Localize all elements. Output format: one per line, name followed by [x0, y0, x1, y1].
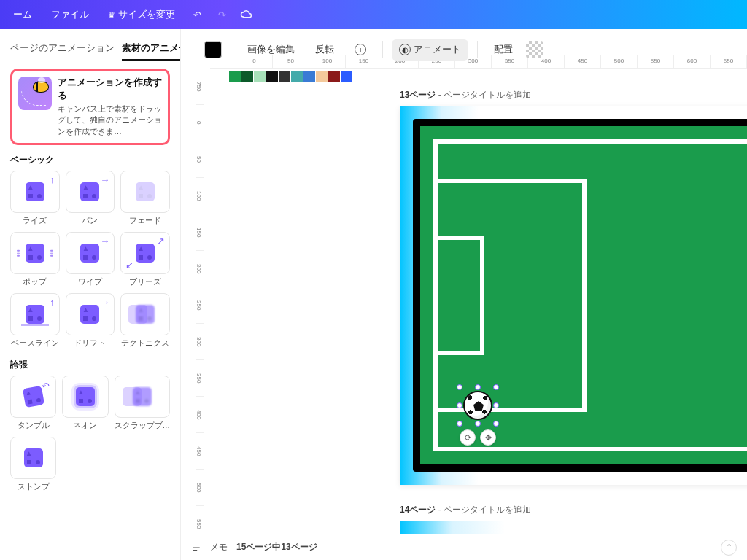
soccer-ball-icon	[463, 391, 492, 420]
ruler-tick: 200	[196, 251, 204, 287]
ruler-tick: 750	[196, 69, 204, 105]
animation-ブリーズ[interactable]: ↗↙ブリーズ	[120, 232, 170, 287]
page-13-number: 13ページ	[400, 90, 436, 100]
animation-label: ベースライン	[10, 338, 60, 349]
animation-label: ネオン	[62, 421, 108, 431]
app-menubar: ーム ファイル ♛サイズを変更 ↶ ↷	[0, 0, 747, 29]
animation-label: ストンプ	[10, 482, 56, 492]
divider	[477, 41, 478, 58]
page-13-title: ページタイトルを追加	[444, 90, 531, 100]
resize-handle[interactable]	[493, 384, 499, 390]
move-button[interactable]: ✥	[480, 429, 496, 446]
page-14-canvas[interactable]	[400, 521, 747, 534]
flip-button[interactable]: 反転	[308, 39, 341, 61]
ruler-tick: 0	[196, 105, 204, 141]
animation-label: タンブル	[10, 421, 56, 431]
bee-icon	[33, 81, 49, 93]
animation-スクラップブ…[interactable]: スクラップブ…	[115, 376, 171, 431]
color-swatch[interactable]	[204, 41, 222, 58]
ruler-tick: 550	[638, 55, 674, 68]
ruler-tick: 450	[196, 433, 204, 470]
transparency-button[interactable]	[526, 41, 543, 58]
tab-element-animation[interactable]: 素材のアニメーシ…	[122, 38, 181, 61]
position-button[interactable]: 配置	[487, 39, 520, 61]
resize-handle[interactable]	[493, 402, 499, 408]
goal-box	[433, 236, 484, 355]
resize-handle[interactable]	[457, 402, 462, 408]
notes-icon	[191, 542, 201, 553]
animate-icon: ◐	[399, 44, 411, 55]
element-float-controls: ⟳ ✥	[460, 429, 496, 446]
context-toolbar: 画像を編集 反転 i ◐アニメート 配置	[204, 35, 543, 64]
ruler-tick: 450	[565, 55, 601, 68]
resize-handle[interactable]	[493, 421, 499, 427]
ruler-vertical: 7500501001502002503003504004505005506006…	[196, 69, 210, 534]
ruler-tick: 400	[196, 397, 204, 433]
menu-home[interactable]: ーム	[6, 4, 39, 26]
resize-handle[interactable]	[475, 421, 481, 427]
notes-button[interactable]: メモ	[210, 541, 228, 553]
page-14-number: 14ページ	[400, 505, 436, 515]
resize-handle[interactable]	[475, 384, 481, 390]
ruler-tick: 600	[674, 55, 711, 68]
animation-label: フェード	[120, 216, 170, 226]
page-13-canvas[interactable]: ⟳ ✥ 11	[400, 106, 747, 485]
menu-resize-label: サイズを変更	[118, 8, 175, 21]
menu-resize[interactable]: ♛サイズを変更	[101, 4, 182, 26]
resize-handle[interactable]	[457, 384, 462, 390]
create-animation-callout[interactable]: アニメーションを作成する キャンバス上で素材をドラッグして、独自のアニメーション…	[10, 69, 170, 145]
animation-フェード[interactable]: フェード	[120, 171, 170, 226]
section-basic-heading: ベーシック	[10, 154, 170, 166]
animation-ドリフト[interactable]: →ドリフト	[66, 293, 115, 349]
page-14-label[interactable]: 14ページ - ページタイトルを追加	[400, 504, 747, 516]
soccer-field[interactable]: ⟳ ✥	[413, 119, 747, 472]
cloud-sync-icon[interactable]	[239, 7, 254, 22]
rotate-button[interactable]: ⟳	[460, 429, 476, 446]
ruler-tick: 500	[601, 55, 638, 68]
animation-テクトニクス[interactable]: テクトニクス	[120, 293, 170, 349]
canvas-area: 050100150200250300350400450500550600650 …	[181, 29, 747, 534]
basic-animations-grid: ↑ライズ→パンフェードポップ→ワイプ↗↙ブリーズ↑ベースライン→ドリフトテクトニ…	[10, 171, 170, 349]
animation-ストンプ[interactable]: ストンプ	[10, 437, 56, 492]
panel-tabs: ページのアニメーション 素材のアニメーシ… ›	[10, 38, 170, 61]
animation-ワイプ[interactable]: →ワイプ	[66, 232, 115, 287]
redo-icon[interactable]: ↷	[214, 7, 229, 22]
animation-label: ワイプ	[66, 277, 115, 287]
info-icon: i	[355, 44, 366, 55]
callout-text: アニメーションを作成する キャンバス上で素材をドラッグして、独自のアニメーション…	[58, 77, 162, 137]
animation-label: テクトニクス	[120, 338, 170, 349]
animation-label: ポップ	[10, 277, 60, 287]
animation-ベースライン[interactable]: ↑ベースライン	[10, 293, 60, 349]
animation-パン[interactable]: →パン	[66, 171, 115, 226]
ruler-tick: 350	[196, 360, 204, 397]
divider	[382, 41, 383, 58]
undo-icon[interactable]: ↶	[190, 7, 204, 22]
animation-label: ドリフト	[66, 338, 115, 349]
edit-image-button[interactable]: 画像を編集	[240, 39, 302, 61]
callout-body: キャンバス上で素材をドラッグして、独自のアニメーションを作成できま…	[58, 104, 162, 136]
info-button[interactable]: i	[347, 39, 374, 60]
animation-ライズ[interactable]: ↑ライズ	[10, 171, 60, 226]
ruler-tick: 650	[711, 55, 747, 68]
animate-button[interactable]: ◐アニメート	[392, 39, 468, 61]
menu-file[interactable]: ファイル	[44, 4, 96, 26]
ruler-tick: 100	[196, 178, 204, 214]
section-exaggerate-heading: 誇張	[10, 359, 170, 371]
animation-ポップ[interactable]: ポップ	[10, 232, 60, 287]
animation-label: パン	[66, 216, 115, 226]
animation-ネオン[interactable]: ネオン	[62, 376, 108, 431]
crown-icon: ♛	[108, 10, 115, 20]
page-13-label[interactable]: 13ページ - ページタイトルを追加	[400, 89, 747, 101]
resize-handle[interactable]	[457, 421, 462, 427]
chevron-up-icon[interactable]: ⌃	[721, 540, 737, 556]
soccer-ball-selected[interactable]: ⟳ ✥	[460, 387, 496, 424]
ruler-tick: 250	[196, 287, 204, 324]
tab-page-animation[interactable]: ページのアニメーション	[10, 38, 115, 61]
callout-thumbnail	[18, 77, 52, 110]
animation-タンブル[interactable]: ↶タンブル	[10, 376, 56, 431]
exaggerate-animations-grid: ↶タンブルネオンスクラップブ…ストンプ	[10, 376, 170, 492]
footer-bar: メモ 15ページ中13ページ ⌃	[181, 534, 747, 560]
callout-title: アニメーションを作成する	[58, 77, 162, 102]
pages-scroll[interactable]: 13ページ - ページタイトルを追加	[213, 70, 747, 534]
ruler-tick: 550	[196, 506, 204, 534]
